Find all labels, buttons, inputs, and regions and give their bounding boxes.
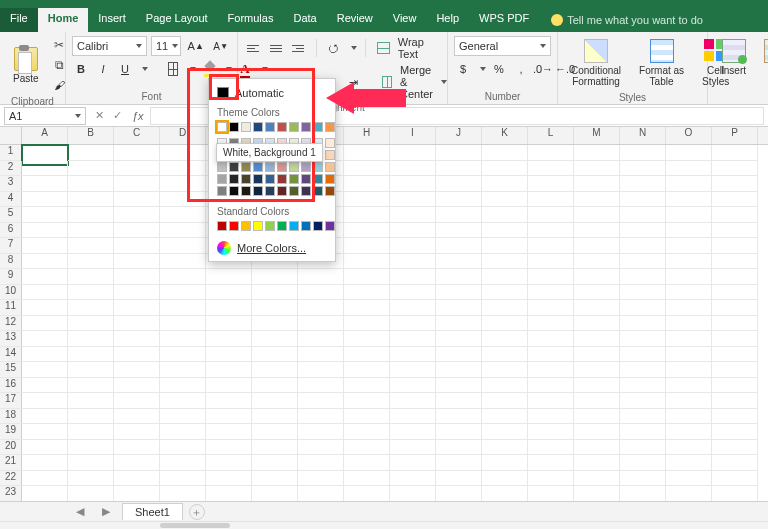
cell[interactable] (666, 161, 712, 177)
cell[interactable] (160, 316, 206, 332)
cell[interactable] (68, 486, 114, 501)
cell[interactable] (666, 192, 712, 208)
cell[interactable] (666, 347, 712, 363)
cell[interactable] (206, 269, 252, 285)
cell[interactable] (574, 362, 620, 378)
cell[interactable] (712, 176, 758, 192)
cell[interactable] (298, 378, 344, 394)
cell[interactable] (436, 409, 482, 425)
cell[interactable] (206, 455, 252, 471)
cell[interactable] (390, 455, 436, 471)
cell[interactable] (22, 440, 68, 456)
cell[interactable] (68, 207, 114, 223)
cell[interactable] (390, 238, 436, 254)
cell[interactable] (68, 455, 114, 471)
cell[interactable] (160, 409, 206, 425)
cell[interactable] (114, 145, 160, 161)
color-swatch[interactable] (289, 162, 299, 172)
cell[interactable] (528, 176, 574, 192)
cell[interactable] (160, 331, 206, 347)
cell[interactable] (298, 300, 344, 316)
cell[interactable] (528, 378, 574, 394)
color-swatch[interactable] (277, 186, 287, 196)
tab-review[interactable]: Review (327, 8, 383, 32)
sheet-nav-prev[interactable]: ◀ (70, 505, 90, 518)
color-swatch[interactable] (241, 162, 251, 172)
cell[interactable] (712, 238, 758, 254)
row-header[interactable]: 1 (0, 145, 22, 161)
row-header[interactable]: 6 (0, 223, 22, 239)
column-header[interactable]: M (574, 127, 620, 144)
color-swatch[interactable] (313, 162, 323, 172)
cell[interactable] (252, 362, 298, 378)
comma-button[interactable]: , (512, 60, 530, 78)
cell[interactable] (620, 285, 666, 301)
color-swatch[interactable] (265, 162, 275, 172)
cell[interactable] (620, 207, 666, 223)
cell[interactable] (390, 409, 436, 425)
cell[interactable] (666, 176, 712, 192)
cell[interactable] (22, 192, 68, 208)
cell[interactable] (712, 285, 758, 301)
cell[interactable] (68, 331, 114, 347)
cell[interactable] (344, 362, 390, 378)
cell[interactable] (114, 207, 160, 223)
cell[interactable] (390, 223, 436, 239)
cell[interactable] (666, 285, 712, 301)
cell[interactable] (114, 362, 160, 378)
column-header[interactable]: A (22, 127, 68, 144)
cell[interactable] (206, 285, 252, 301)
cell[interactable] (712, 192, 758, 208)
tab-wps-pdf[interactable]: WPS PDF (469, 8, 539, 32)
color-swatch[interactable] (313, 174, 323, 184)
color-swatch[interactable] (301, 162, 311, 172)
cell[interactable] (344, 409, 390, 425)
cell[interactable] (574, 409, 620, 425)
align-top-button[interactable] (244, 39, 263, 57)
cell[interactable] (712, 440, 758, 456)
cell[interactable] (574, 238, 620, 254)
cell[interactable] (68, 409, 114, 425)
cell[interactable] (68, 316, 114, 332)
cell[interactable] (620, 347, 666, 363)
cell[interactable] (620, 238, 666, 254)
cell[interactable] (298, 409, 344, 425)
cell[interactable] (344, 254, 390, 270)
cell[interactable] (22, 471, 68, 487)
cell[interactable] (114, 486, 160, 501)
color-swatch[interactable] (229, 221, 239, 231)
cell[interactable] (160, 486, 206, 501)
color-swatch[interactable] (253, 174, 263, 184)
row-header[interactable]: 20 (0, 440, 22, 456)
fx-icon[interactable]: ƒx (132, 110, 144, 122)
cell[interactable] (206, 300, 252, 316)
tab-file[interactable]: File (0, 8, 38, 32)
row-header[interactable]: 21 (0, 455, 22, 471)
cell[interactable] (712, 223, 758, 239)
cell[interactable] (68, 161, 114, 177)
cell[interactable] (160, 471, 206, 487)
cell[interactable] (22, 207, 68, 223)
cell[interactable] (482, 223, 528, 239)
cell[interactable] (620, 393, 666, 409)
cell[interactable] (68, 300, 114, 316)
cell[interactable] (528, 471, 574, 487)
cell[interactable] (620, 362, 666, 378)
cell[interactable] (436, 192, 482, 208)
color-swatch[interactable] (277, 162, 287, 172)
cell[interactable] (160, 207, 206, 223)
cell[interactable] (574, 192, 620, 208)
cell[interactable] (22, 347, 68, 363)
cell[interactable] (114, 300, 160, 316)
row-header[interactable]: 9 (0, 269, 22, 285)
cell[interactable] (390, 424, 436, 440)
cell[interactable] (712, 316, 758, 332)
cell[interactable] (114, 238, 160, 254)
cell[interactable] (666, 409, 712, 425)
cell[interactable] (436, 176, 482, 192)
cell[interactable] (436, 207, 482, 223)
cell[interactable] (482, 486, 528, 501)
color-swatch[interactable] (289, 186, 299, 196)
number-format-select[interactable]: General (454, 36, 551, 56)
cell[interactable] (390, 471, 436, 487)
